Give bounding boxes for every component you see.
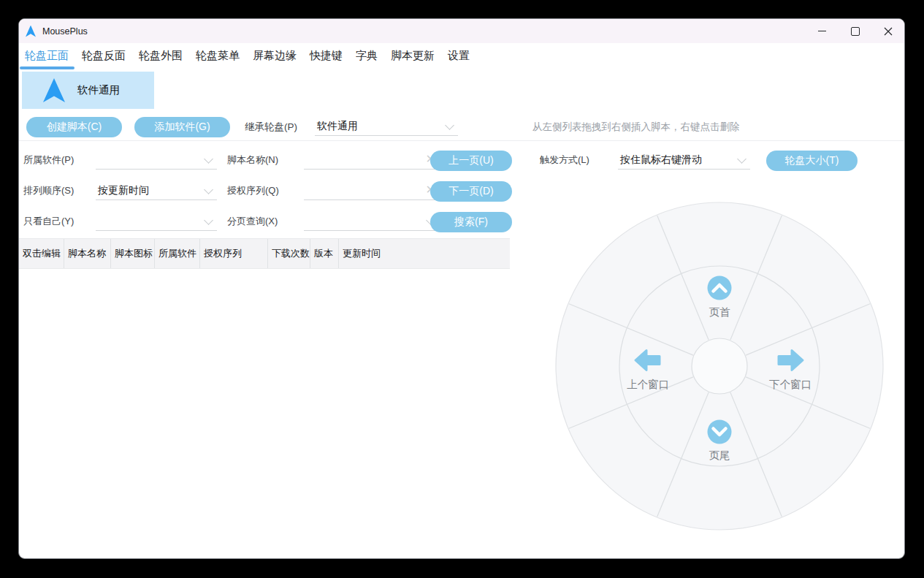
chevron-down-circle-icon: [708, 420, 732, 444]
script-name-input[interactable]: [304, 150, 439, 169]
sort-order-select[interactable]: 按更新时间: [96, 180, 217, 200]
minimize-icon: [818, 31, 826, 31]
tab-hotkeys[interactable]: 快捷键: [303, 43, 349, 69]
maximize-icon: [851, 27, 860, 36]
minimize-button[interactable]: [806, 19, 839, 43]
tab-wheel-menu[interactable]: 轮盘菜单: [189, 43, 246, 69]
prev-page-button[interactable]: 上一页(U): [430, 151, 512, 171]
script-name-label: 脚本名称(N): [227, 150, 278, 170]
inherit-wheel-value: 软件通用: [317, 116, 358, 135]
chevron-down-icon: [445, 121, 454, 130]
window-titlebar[interactable]: MousePlus: [19, 19, 904, 43]
close-button[interactable]: [871, 19, 904, 43]
col-header-own-software: 所属软件: [154, 239, 199, 268]
wheel-label-bottom: 页尾: [709, 449, 730, 461]
sort-order-value: 按更新时间: [98, 180, 149, 199]
auth-serial-label: 授权序列(Q): [227, 180, 279, 200]
maximize-button[interactable]: [839, 19, 871, 43]
col-header-update-time: 更新时间: [338, 239, 510, 268]
tab-settings[interactable]: 设置: [441, 43, 476, 69]
add-software-button[interactable]: 添加软件(G): [134, 117, 230, 137]
tab-screen-edge[interactable]: 屏幕边缘: [246, 43, 303, 69]
desktop-background: MousePlus 轮盘正面 轮盘反面 轮盘外围 轮盘菜单: [0, 0, 924, 578]
create-script-button[interactable]: 创建脚本(C): [26, 117, 122, 137]
software-group-tab[interactable]: 软件通用: [22, 72, 154, 109]
own-software-label: 所属软件(P): [23, 150, 74, 170]
chevron-down-icon: [204, 216, 213, 225]
col-header-script-icon: 脚本图标: [110, 239, 154, 268]
toolbar-divider: [19, 140, 904, 141]
tab-wheel-back[interactable]: 轮盘反面: [75, 43, 132, 69]
page-query-label: 分页查询(X): [227, 211, 278, 231]
close-icon: [884, 27, 893, 36]
arrow-logo-icon: [43, 78, 65, 102]
software-group-label: 软件通用: [77, 72, 120, 109]
chevron-down-icon: [204, 185, 213, 194]
wheel-label-left: 上个窗口: [627, 379, 669, 390]
main-tabbar: 轮盘正面 轮盘反面 轮盘外围 轮盘菜单 屏幕边缘 快捷键 字典 脚本更新 设置: [19, 43, 904, 69]
col-header-version: 版本: [310, 239, 338, 268]
col-header-downloads: 下载次数: [267, 239, 310, 268]
wheel-sector-bottom[interactable]: 页尾: [708, 420, 732, 462]
drag-hint-text: 从左侧列表拖拽到右侧插入脚本，右键点击删除: [532, 121, 740, 134]
trigger-mode-select[interactable]: 按住鼠标右键滑动: [618, 150, 750, 170]
inherit-wheel-select[interactable]: 软件通用: [315, 116, 458, 136]
col-header-double-click-edit: 双击编辑: [19, 239, 64, 268]
own-software-select[interactable]: [96, 150, 217, 170]
wheel-size-button[interactable]: 轮盘大小(T): [766, 151, 858, 171]
window-title: MousePlus: [42, 26, 88, 37]
auth-serial-input[interactable]: [304, 180, 439, 199]
page-query-select[interactable]: [304, 211, 439, 231]
tab-wheel-front[interactable]: 轮盘正面: [19, 43, 75, 69]
sort-order-label: 排列顺序(S): [23, 180, 74, 200]
next-page-button[interactable]: 下一页(D): [430, 181, 512, 202]
app-logo-icon: [26, 26, 36, 37]
search-button[interactable]: 搜索(F): [430, 212, 512, 232]
window-controls: [806, 19, 904, 43]
col-header-script-name: 脚本名称: [64, 239, 110, 268]
wheel-preview[interactable]: 页首 上个窗口 下个窗口 页尾: [551, 198, 887, 534]
tab-dictionary[interactable]: 字典: [349, 43, 384, 69]
col-header-auth-serial: 授权序列: [199, 239, 267, 268]
inherit-wheel-label: 继承轮盘(P): [245, 117, 297, 137]
mouseplus-window: MousePlus 轮盘正面 轮盘反面 轮盘外围 轮盘菜单: [18, 18, 905, 559]
trigger-mode-value: 按住鼠标右键滑动: [620, 150, 702, 169]
wheel-center-circle: [692, 338, 747, 394]
chevron-up-circle-icon: [708, 276, 732, 300]
tab-wheel-outer[interactable]: 轮盘外围: [132, 43, 189, 69]
tab-script-update[interactable]: 脚本更新: [384, 43, 441, 69]
wheel-label-right: 下个窗口: [769, 379, 812, 390]
trigger-mode-label: 触发方式(L): [540, 150, 589, 170]
auth-serial-input-wrap: ✕: [304, 180, 439, 200]
chevron-down-icon: [204, 154, 213, 164]
only-mine-label: 只看自己(Y): [23, 211, 74, 231]
script-name-input-wrap: ✕: [304, 150, 439, 170]
script-table-header: 双击编辑 脚本名称 脚本图标 所属软件 授权序列 下载次数 版本 更新时间: [19, 238, 510, 269]
chevron-down-icon: [737, 154, 747, 164]
wheel-label-top: 页首: [709, 306, 731, 318]
only-mine-select[interactable]: [96, 211, 217, 231]
